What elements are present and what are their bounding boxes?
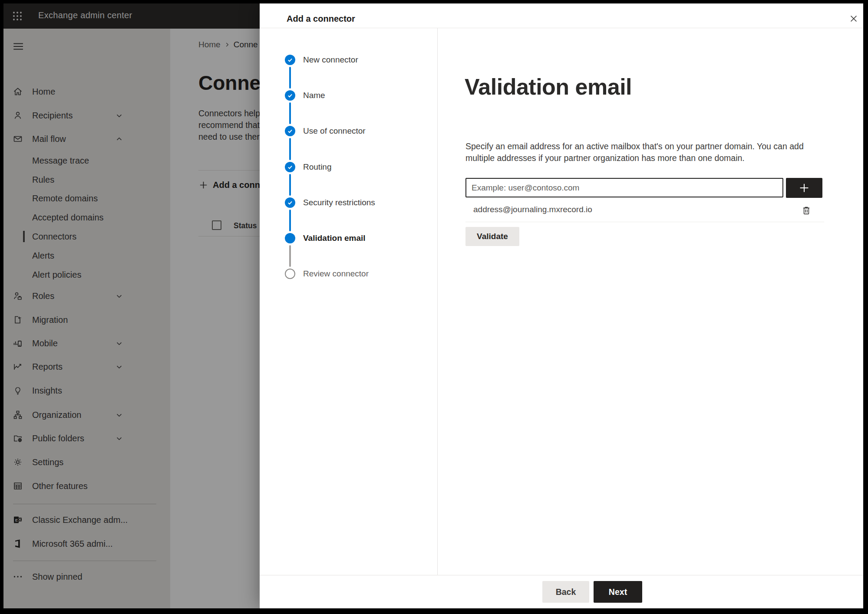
- step-connector-line: [289, 245, 291, 267]
- add-connector-dialog: Add a connector New connector Name Use o…: [260, 3, 863, 608]
- add-email-button[interactable]: [786, 178, 822, 198]
- close-icon: [849, 14, 858, 23]
- panel-title: Validation email: [465, 74, 632, 100]
- step-check-icon: [285, 90, 295, 101]
- step-connector-line: [289, 210, 291, 231]
- validate-button[interactable]: Validate: [465, 227, 519, 246]
- dialog-title: Add a connector: [287, 14, 355, 24]
- step-connector-line: [289, 67, 291, 89]
- plus-icon: [798, 181, 811, 194]
- step-connector-line: [289, 102, 291, 124]
- step-check-icon: [285, 197, 295, 208]
- panel-description: Specify an email address for an active m…: [465, 141, 813, 164]
- back-button[interactable]: Back: [542, 581, 589, 603]
- email-address-value: address@journaling.mxrecord.io: [473, 205, 592, 214]
- close-button[interactable]: [845, 10, 862, 27]
- trash-icon: [801, 205, 815, 216]
- wizard-steps: [260, 28, 438, 575]
- screen: Exchange admin center Home Recipients Ma…: [3, 3, 863, 608]
- step-connector-line: [289, 174, 291, 196]
- next-button[interactable]: Next: [594, 581, 642, 603]
- step-current-dot: [285, 233, 295, 243]
- step-check-icon: [285, 55, 295, 65]
- email-address-row: address@journaling.mxrecord.io: [465, 202, 824, 218]
- step-check-icon: [285, 162, 295, 172]
- validation-email-input[interactable]: [465, 178, 783, 197]
- footer-divider: [260, 575, 863, 575]
- divider: [465, 222, 824, 222]
- step-connector-line: [289, 138, 291, 160]
- delete-address-button[interactable]: [801, 203, 815, 218]
- step-todo-circle: [285, 269, 295, 279]
- step-check-icon: [285, 126, 295, 136]
